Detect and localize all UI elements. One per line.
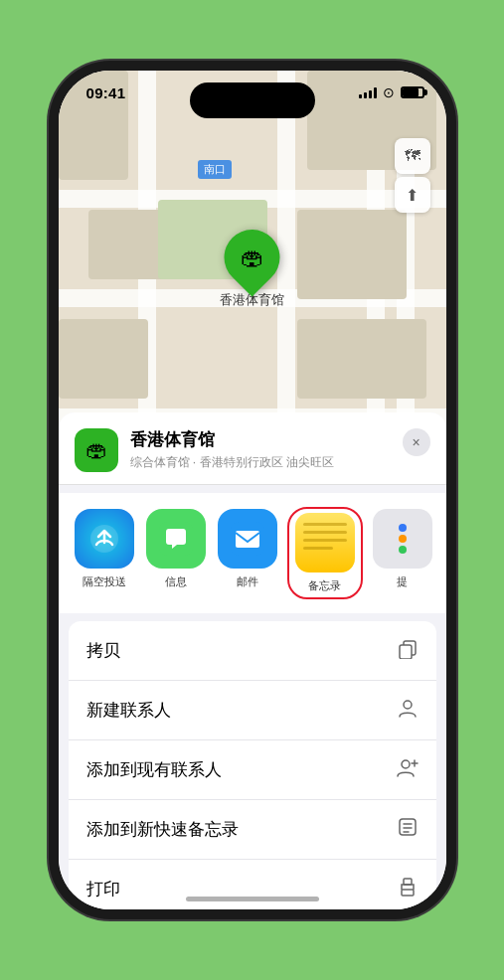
location-info: 香港体育馆 综合体育馆 · 香港特别行政区 油尖旺区: [130, 428, 391, 471]
action-add-contact[interactable]: 添加到现有联系人: [69, 740, 436, 800]
stadium-pin: 🏟: [213, 218, 291, 296]
messages-icon: [146, 509, 206, 569]
wifi-icon: ⊙: [383, 84, 395, 100]
status-time: 09:41: [86, 84, 126, 101]
person-icon: [397, 697, 419, 724]
location-emoji: 🏟: [85, 437, 107, 463]
airdrop-label: 隔空投送: [83, 574, 126, 589]
action-print[interactable]: 打印: [69, 860, 436, 909]
messages-label: 信息: [165, 574, 187, 589]
map-view-button[interactable]: 🗺: [395, 138, 430, 174]
action-add-contact-label: 添加到现有联系人: [86, 758, 222, 781]
status-right: ⊙: [359, 84, 424, 100]
action-list: 拷贝 新建联系人 添加到现有联系人: [69, 621, 436, 909]
action-new-contact-label: 新建联系人: [86, 699, 171, 722]
stadium-marker: 🏟 香港体育馆: [220, 230, 284, 309]
share-item-notes[interactable]: 备忘录: [289, 509, 361, 597]
share-item-more[interactable]: 提: [373, 509, 432, 597]
share-item-messages[interactable]: 信息: [146, 509, 206, 597]
svg-rect-3: [236, 531, 259, 548]
svg-rect-15: [404, 879, 412, 885]
mail-icon: [218, 509, 277, 569]
action-copy-label: 拷贝: [86, 639, 120, 662]
share-item-mail[interactable]: 邮件: [218, 509, 277, 597]
bottom-sheet: 🏟 香港体育馆 综合体育馆 · 香港特别行政区 油尖旺区 × 隔空投送: [59, 412, 446, 909]
svg-point-7: [402, 760, 410, 768]
signal-icon: [359, 86, 377, 98]
share-item-airdrop[interactable]: 隔空投送: [75, 509, 134, 597]
map-label-south: 南口: [198, 160, 232, 179]
map-location-button[interactable]: ⬆: [395, 177, 430, 213]
location-icon: 🏟: [75, 428, 118, 472]
phone-frame: 09:41 ⊙: [59, 71, 446, 909]
action-quick-note[interactable]: 添加到新快速备忘录: [69, 800, 436, 860]
copy-icon: [397, 637, 419, 664]
location-subtitle: 综合体育馆 · 香港特别行政区 油尖旺区: [130, 454, 391, 471]
stadium-icon: 🏟: [241, 244, 264, 271]
battery-icon: [401, 86, 424, 98]
action-copy[interactable]: 拷贝: [69, 621, 436, 681]
notes-label: 备忘录: [308, 578, 341, 593]
action-quick-note-label: 添加到新快速备忘录: [86, 818, 239, 841]
action-new-contact[interactable]: 新建联系人: [69, 681, 436, 740]
svg-rect-5: [400, 645, 412, 659]
dynamic-island: [190, 82, 315, 118]
print-icon: [397, 876, 419, 902]
mail-label: 邮件: [237, 574, 258, 589]
map-controls: 🗺 ⬆: [395, 138, 430, 213]
location-header: 🏟 香港体育馆 综合体育馆 · 香港特别行政区 油尖旺区 ×: [59, 412, 446, 485]
airdrop-icon: [75, 509, 134, 569]
more-label: 提: [397, 574, 408, 589]
svg-point-6: [404, 701, 412, 709]
notes-icon: [295, 513, 355, 572]
home-indicator: [186, 897, 319, 901]
action-print-label: 打印: [86, 878, 120, 900]
more-icon: [373, 509, 432, 569]
person-add-icon: [397, 756, 419, 783]
svg-rect-14: [402, 890, 414, 896]
note-icon: [397, 816, 419, 843]
location-name: 香港体育馆: [130, 428, 391, 451]
share-row: 隔空投送 信息: [59, 493, 446, 613]
close-button[interactable]: ×: [403, 428, 430, 456]
